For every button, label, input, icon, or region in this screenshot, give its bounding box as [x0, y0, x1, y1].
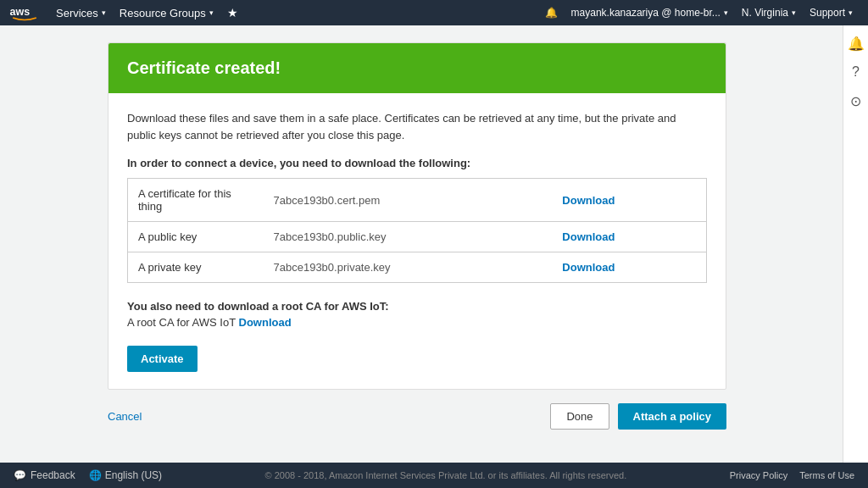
cancel-button[interactable]: Cancel [108, 410, 142, 423]
download-cell: Download [552, 179, 706, 222]
info-text: Download these files and save them in a … [127, 110, 707, 143]
user-chevron-icon: ▾ [724, 8, 728, 17]
table-row: A public key 7abce193b0.public.key Downl… [128, 222, 707, 252]
language-button[interactable]: 🌐 English (US) [89, 469, 162, 481]
card-header: Certificate created! [108, 43, 726, 93]
region-chevron-icon: ▾ [792, 8, 796, 17]
footer-actions: Cancel Done Attach a policy [108, 403, 726, 430]
download-link[interactable]: Download [562, 194, 615, 207]
file-name: 7abce193b0.public.key [264, 222, 553, 252]
root-ca-text: A root CA for AWS IoT Download [127, 316, 707, 329]
download-link[interactable]: Download [562, 230, 615, 243]
bell-icon[interactable]: 🔔 [847, 34, 865, 53]
support-menu[interactable]: Support ▾ [803, 0, 860, 25]
table-row: A certificate for this thing 7abce193b0.… [128, 179, 707, 222]
bottom-bar-left: 💬 Feedback 🌐 English (US) [14, 469, 162, 481]
user-menu[interactable]: mayank.kanazariya @ home-br... ▾ [565, 0, 735, 25]
help-icon[interactable]: ? [847, 63, 865, 81]
file-name: 7abce193b0.private.key [264, 252, 553, 283]
resource-groups-menu[interactable]: Resource Groups ▾ [113, 0, 220, 25]
download-table: A certificate for this thing 7abce193b0.… [127, 178, 707, 283]
services-chevron-icon: ▾ [102, 8, 106, 17]
root-ca-title: You also need to download a root CA for … [127, 300, 707, 313]
support-chevron-icon: ▾ [849, 8, 853, 17]
bottom-bar: 💬 Feedback 🌐 English (US) © 2008 - 2018,… [0, 463, 868, 488]
footer-right-buttons: Done Attach a policy [550, 403, 726, 430]
feedback-icon: 💬 [14, 469, 26, 481]
file-label: A private key [128, 252, 264, 283]
top-nav: aws Services ▾ Resource Groups ▾ ★ 🔔 may… [0, 0, 868, 25]
nav-right: 🔔 mayank.kanazariya @ home-br... ▾ N. Vi… [538, 0, 860, 25]
download-cell: Download [552, 252, 706, 283]
card-title: Certificate created! [127, 58, 707, 78]
file-name: 7abce193b0.cert.pem [264, 179, 553, 222]
download-cell: Download [552, 222, 706, 252]
root-ca-download-link[interactable]: Download [239, 316, 292, 329]
card-body: Download these files and save them in a … [108, 93, 726, 389]
right-sidebar: 🔔 ? ⊙ [843, 25, 868, 463]
file-label: A certificate for this thing [128, 179, 264, 222]
attach-policy-button[interactable]: Attach a policy [618, 403, 726, 430]
favorites-icon[interactable]: ★ [220, 6, 245, 19]
copyright-text: © 2008 - 2018, Amazon Internet Services … [162, 470, 730, 480]
root-ca-section: You also need to download a root CA for … [127, 300, 707, 329]
services-menu[interactable]: Services ▾ [49, 0, 113, 25]
activate-button[interactable]: Activate [127, 346, 198, 372]
svg-text:aws: aws [9, 6, 30, 18]
region-menu[interactable]: N. Virginia ▾ [735, 0, 803, 25]
download-instructions: In order to connect a device, you need t… [127, 157, 707, 169]
done-button[interactable]: Done [550, 403, 609, 430]
main-content: Certificate created! Download these file… [0, 25, 843, 463]
file-label: A public key [128, 222, 264, 252]
table-row: A private key 7abce193b0.private.key Dow… [128, 252, 707, 283]
settings-icon[interactable]: ⊙ [847, 92, 865, 110]
notifications-icon[interactable]: 🔔 [538, 0, 565, 25]
aws-logo[interactable]: aws [8, 3, 41, 22]
certificate-card: Certificate created! Download these file… [108, 42, 726, 390]
feedback-button[interactable]: 💬 Feedback [14, 469, 75, 481]
resource-groups-chevron-icon: ▾ [209, 8, 214, 17]
bottom-bar-right: Privacy Policy Terms of Use [730, 470, 854, 480]
privacy-policy-link[interactable]: Privacy Policy [730, 470, 787, 480]
globe-icon: 🌐 [89, 469, 102, 481]
download-link[interactable]: Download [562, 261, 615, 274]
terms-of-use-link[interactable]: Terms of Use [799, 470, 854, 480]
